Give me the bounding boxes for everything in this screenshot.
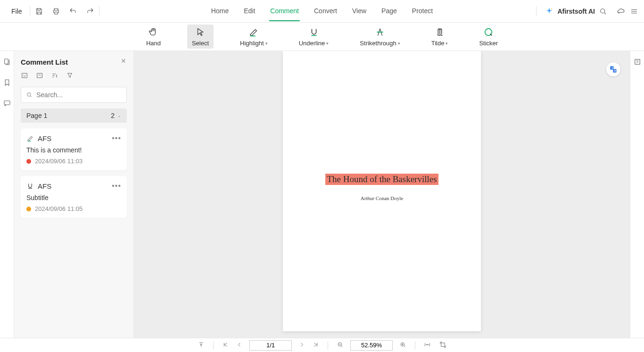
expand-icon[interactable] bbox=[36, 72, 43, 81]
tab-convert[interactable]: Convert bbox=[313, 1, 338, 21]
more-lines-icon[interactable] bbox=[630, 7, 638, 16]
first-page-icon[interactable] bbox=[222, 341, 229, 350]
translate-badge[interactable]: 文W bbox=[606, 62, 620, 76]
zoom-in-icon[interactable] bbox=[399, 341, 406, 350]
comment-more-icon[interactable]: ••• bbox=[112, 134, 121, 142]
divider bbox=[328, 341, 328, 350]
quick-actions bbox=[35, 7, 94, 16]
comment-panel-toolbar bbox=[21, 72, 127, 81]
undo-icon[interactable] bbox=[69, 7, 77, 16]
highlight-icon bbox=[248, 26, 259, 38]
filter-icon[interactable] bbox=[66, 72, 74, 81]
comment-head-left: AFS bbox=[26, 182, 51, 190]
document-author: Arthur Conan Doyle bbox=[361, 195, 403, 201]
close-icon[interactable] bbox=[120, 58, 127, 66]
sort-icon[interactable] bbox=[51, 72, 58, 81]
chevron-down-icon: ▾ bbox=[446, 41, 448, 46]
svg-point-1 bbox=[601, 8, 605, 13]
comment-head-left: AFS bbox=[26, 134, 51, 142]
divider bbox=[415, 341, 415, 350]
tilde-icon bbox=[434, 26, 446, 38]
search-icon bbox=[26, 92, 33, 98]
comment-search[interactable] bbox=[21, 87, 127, 103]
svg-point-0 bbox=[552, 8, 553, 9]
zoom-controls bbox=[337, 340, 406, 351]
page-input[interactable] bbox=[249, 340, 292, 351]
scroll-top-icon[interactable] bbox=[198, 341, 205, 350]
last-page-icon[interactable] bbox=[312, 341, 319, 350]
divider bbox=[30, 6, 30, 17]
divider bbox=[536, 6, 537, 17]
collapse-icon[interactable] bbox=[21, 72, 28, 81]
file-menu[interactable]: File bbox=[6, 6, 25, 17]
comment-search-input[interactable] bbox=[36, 91, 122, 99]
next-page-icon[interactable] bbox=[298, 341, 305, 350]
divider bbox=[213, 341, 214, 350]
left-rail bbox=[0, 51, 14, 338]
redo-icon[interactable] bbox=[86, 7, 94, 16]
tool-label: Strikethrough▾ bbox=[360, 40, 400, 47]
page-group-header[interactable]: Page 1 2 ⌄ bbox=[21, 109, 127, 123]
tab-view[interactable]: View bbox=[351, 1, 367, 21]
tool-label: Sticker bbox=[479, 40, 498, 47]
tab-edit[interactable]: Edit bbox=[243, 1, 256, 21]
tab-comment[interactable]: Comment bbox=[269, 1, 300, 21]
sticker-icon bbox=[483, 26, 494, 38]
tool-highlight[interactable]: Highlight▾ bbox=[235, 25, 272, 49]
tool-hand[interactable]: Hand bbox=[141, 25, 165, 49]
tool-tilde[interactable]: Tilde▾ bbox=[427, 25, 453, 49]
ai-section: Afirstsoft AI bbox=[531, 6, 607, 17]
tool-label: Highlight▾ bbox=[240, 40, 268, 47]
page-nav bbox=[222, 340, 319, 351]
tool-sticker[interactable]: Sticker bbox=[474, 25, 503, 49]
underline-icon bbox=[308, 26, 320, 38]
comment-head: AFS ••• bbox=[26, 134, 121, 142]
chevron-down-icon: ▾ bbox=[326, 41, 329, 46]
fit-width-icon[interactable] bbox=[424, 341, 431, 350]
comment-head: AFS ••• bbox=[26, 182, 121, 190]
page-group-count: 2 bbox=[111, 112, 115, 119]
sparkle-icon bbox=[545, 7, 553, 16]
tab-protect[interactable]: Protect bbox=[411, 1, 434, 21]
tool-underline[interactable]: Underline▾ bbox=[294, 25, 334, 49]
underline-icon bbox=[26, 182, 34, 190]
page-group-label: Page 1 bbox=[26, 112, 47, 119]
comment-time: 2024/09/06 11:05 bbox=[35, 205, 83, 212]
strikethrough-icon bbox=[374, 26, 386, 38]
fit-page-icon[interactable] bbox=[439, 341, 446, 350]
document-viewer[interactable]: The Hound of the Baskervilles Arthur Con… bbox=[134, 51, 630, 338]
tool-label: Underline▾ bbox=[299, 40, 329, 47]
status-dot bbox=[26, 207, 31, 211]
comment-card[interactable]: AFS ••• This is a comment! 2024/09/06 11… bbox=[21, 128, 127, 170]
document-page: The Hound of the Baskervilles Arthur Con… bbox=[283, 51, 481, 331]
tool-strikethrough[interactable]: Strikethrough▾ bbox=[355, 25, 405, 49]
chevron-down-icon: ▾ bbox=[265, 41, 268, 46]
comment-card[interactable]: AFS ••• Subtitle 2024/09/06 11:05 bbox=[21, 176, 127, 218]
zoom-out-icon[interactable] bbox=[337, 341, 344, 350]
tool-label: Tilde▾ bbox=[431, 40, 448, 47]
search-icon[interactable] bbox=[599, 7, 607, 16]
ai-label[interactable]: Afirstsoft AI bbox=[557, 8, 595, 15]
bookmark-icon[interactable] bbox=[3, 78, 11, 89]
comments-panel-icon[interactable] bbox=[3, 99, 11, 109]
comment-time: 2024/09/06 11:03 bbox=[35, 158, 83, 165]
comment-user: AFS bbox=[38, 134, 51, 142]
comment-more-icon[interactable]: ••• bbox=[112, 182, 121, 190]
prev-page-icon[interactable] bbox=[236, 341, 243, 350]
svg-rect-3 bbox=[4, 59, 8, 64]
cursor-icon bbox=[195, 26, 206, 38]
comment-text: This is a comment! bbox=[26, 146, 121, 154]
comment-text: Subtitle bbox=[26, 194, 121, 201]
hand-icon bbox=[148, 26, 159, 38]
zoom-input[interactable] bbox=[350, 340, 393, 351]
save-icon[interactable] bbox=[35, 7, 43, 16]
comment-panel-title: Comment List bbox=[21, 58, 68, 66]
tool-select[interactable]: Select bbox=[187, 25, 214, 49]
thumbnails-icon[interactable] bbox=[3, 58, 11, 68]
tab-home[interactable]: Home bbox=[210, 1, 230, 21]
print-icon[interactable] bbox=[52, 7, 60, 16]
properties-icon[interactable] bbox=[633, 58, 642, 68]
right-cloud-area bbox=[617, 7, 638, 16]
cloud-icon[interactable] bbox=[617, 7, 625, 16]
tab-page[interactable]: Page bbox=[380, 1, 398, 21]
